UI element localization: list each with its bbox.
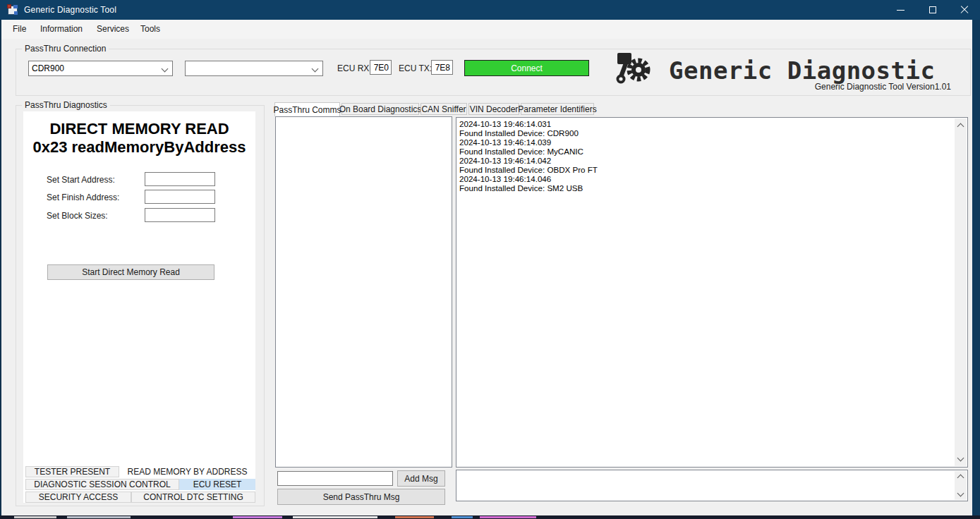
app-icon xyxy=(7,4,18,16)
passthru-connection-label: PassThru Connection xyxy=(22,44,109,54)
scroll-up-icon[interactable] xyxy=(957,475,964,482)
close-icon xyxy=(960,6,969,14)
start-address-label: Set Start Address: xyxy=(47,175,115,185)
minimize-button[interactable] xyxy=(885,0,917,20)
block-sizes-field[interactable] xyxy=(145,208,215,222)
tab-on-board-diagnostics[interactable]: On Board Diagnostics xyxy=(341,103,419,115)
start-address-field[interactable] xyxy=(145,172,215,186)
diagnostics-heading-line1: DIRECT MEMORY READ xyxy=(23,120,255,138)
brand-version: Generic Diagnostic Tool Version1.01 xyxy=(815,82,951,92)
comms-log[interactable]: 2024-10-13 19:46:14.031 Found Installed … xyxy=(456,117,968,468)
finish-address-label: Set Finish Address: xyxy=(47,193,119,202)
service-security-access[interactable]: SECURITY ACCESS xyxy=(25,491,131,503)
window-edge-left xyxy=(0,20,1,515)
window-title: Generic Diagnostic Tool xyxy=(24,5,116,15)
message-input[interactable] xyxy=(277,471,393,486)
outbox-scrollbar[interactable] xyxy=(955,471,967,500)
diagnostics-panel: DIRECT MEMORY READ 0x23 readMemoryByAddr… xyxy=(23,111,255,503)
code-fragment xyxy=(452,516,473,518)
diagnostics-heading-line2: 0x23 readMemoryByAddress xyxy=(23,138,255,157)
finish-address-field[interactable] xyxy=(145,190,215,204)
close-button[interactable] xyxy=(948,0,980,20)
service-ecu-reset[interactable]: ECU RESET xyxy=(179,479,255,490)
tab-can-sniffer[interactable]: CAN Sniffer xyxy=(421,103,467,115)
device-select-value: CDR900 xyxy=(32,63,64,73)
chevron-down-icon xyxy=(312,66,319,73)
start-direct-memory-read-button[interactable]: Start Direct Memory Read xyxy=(47,264,214,280)
menu-bar: File Information Services Tools xyxy=(1,20,972,39)
log-line: 2024-10-13 19:46:14.042 xyxy=(459,156,953,165)
ecu-rx-field[interactable] xyxy=(370,60,392,75)
title-bar: Generic Diagnostic Tool xyxy=(0,0,980,20)
code-fragment xyxy=(233,516,282,518)
service-tester-present[interactable]: TESTER PRESENT xyxy=(25,466,119,477)
message-listbox[interactable] xyxy=(275,116,452,468)
service-control-dtc-setting[interactable]: CONTROL DTC SETTING xyxy=(131,491,255,503)
tab-parameter-identifiers[interactable]: Parameter Identifiers xyxy=(521,103,594,115)
menu-information[interactable]: Information xyxy=(39,20,84,39)
log-line: Found Installed Device: MyCANIC xyxy=(459,147,953,156)
send-passthru-msg-button[interactable]: Send PassThru Msg xyxy=(277,489,445,505)
maximize-button[interactable] xyxy=(917,0,948,20)
log-line: 2024-10-13 19:46:14.039 xyxy=(459,138,953,147)
ecu-tx-label: ECU TX: xyxy=(399,63,432,73)
connect-button[interactable]: Connect xyxy=(464,60,589,76)
service-read-memory-by-address[interactable]: READ MEMORY BY ADDRESS xyxy=(119,466,255,477)
service-diagnostic-session-control[interactable]: DIAGNOSTIC SESSION CONTROL xyxy=(25,479,179,490)
log-line: 2024-10-13 19:46:14.031 xyxy=(459,119,953,128)
scroll-up-icon[interactable] xyxy=(957,123,964,130)
code-fragment xyxy=(293,516,377,518)
log-line: Found Installed Device: OBDX Pro FT xyxy=(459,165,953,174)
log-line: Found Installed Device: CDR900 xyxy=(459,128,953,138)
code-fragment xyxy=(395,516,434,518)
channel-select[interactable] xyxy=(185,61,323,76)
menu-services[interactable]: Services xyxy=(95,20,131,39)
maximize-icon xyxy=(929,6,936,13)
device-select[interactable]: CDR900 xyxy=(28,61,173,76)
tab-passthru-comms[interactable]: PassThru Comms xyxy=(274,102,340,116)
brand-title: Generic Diagnostic xyxy=(669,56,935,85)
passthru-diagnostics-label: PassThru Diagnostics xyxy=(22,100,110,110)
menu-tools[interactable]: Tools xyxy=(139,20,162,39)
log-line: Found Installed Device: SM2 USB xyxy=(459,183,953,193)
ecu-tx-field[interactable] xyxy=(431,60,453,75)
background-code-strip xyxy=(0,515,980,519)
add-msg-button[interactable]: Add Msg xyxy=(397,470,445,487)
log-lines: 2024-10-13 19:46:14.031 Found Installed … xyxy=(459,119,953,193)
block-sizes-label: Set Block Sizes: xyxy=(47,211,108,221)
minimize-icon xyxy=(897,10,905,11)
log-scrollbar[interactable] xyxy=(955,118,967,466)
menu-file[interactable]: File xyxy=(11,20,28,39)
code-fragment xyxy=(67,516,131,518)
screen: Generic Diagnostic Tool File Information… xyxy=(0,0,980,519)
scroll-down-icon[interactable] xyxy=(957,455,964,462)
outgoing-message-box[interactable] xyxy=(456,470,968,501)
scroll-down-icon[interactable] xyxy=(957,490,964,497)
code-fragment xyxy=(480,516,536,518)
ecu-rx-label: ECU RX: xyxy=(337,63,372,73)
tab-vin-decoder[interactable]: VIN Decoder xyxy=(468,103,519,115)
background-window-strip xyxy=(972,20,980,515)
code-fragment xyxy=(14,516,56,518)
gear-piston-icon xyxy=(615,51,652,87)
chevron-down-icon xyxy=(162,66,169,73)
log-line: 2024-10-13 19:46:14.046 xyxy=(459,174,953,183)
